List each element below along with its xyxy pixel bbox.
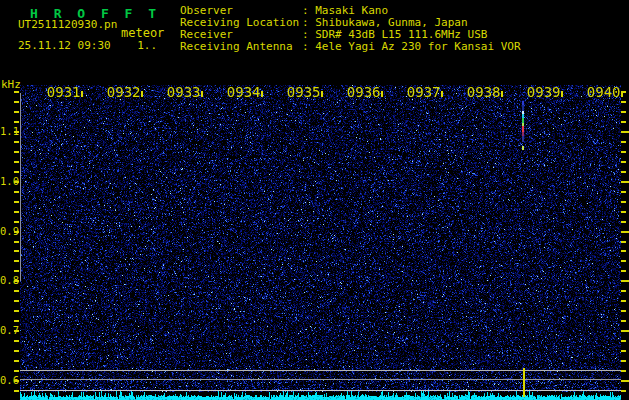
- freq-tick-left: [14, 390, 19, 392]
- freq-tick-right: [621, 260, 626, 262]
- freq-tick-right: [621, 141, 626, 143]
- freq-tick-left: [14, 310, 19, 312]
- info-separator: :: [302, 40, 315, 53]
- freq-tick-right: [621, 121, 626, 123]
- time-tick-label: 0931: [45, 84, 81, 100]
- time-tick-label: 0939: [525, 84, 561, 100]
- time-tick-label: 0937: [405, 84, 441, 100]
- freq-tick-left: [14, 300, 19, 302]
- minute-tick-mark: [81, 91, 83, 97]
- freq-tick-left: [14, 380, 19, 382]
- freq-tick-right: [621, 300, 626, 302]
- freq-tick-right: [621, 330, 629, 332]
- freq-tick-left: [14, 211, 19, 213]
- freq-tick-left: [14, 250, 19, 252]
- freq-tick-left: [14, 290, 19, 292]
- freq-tick-left: [14, 370, 19, 372]
- freq-tick-left: [14, 270, 19, 272]
- minute-tick-mark: [141, 91, 143, 97]
- freq-tick-left: [14, 320, 19, 322]
- reference-line: [20, 390, 621, 391]
- freq-tick-left: [14, 131, 19, 133]
- freq-tick-right: [621, 101, 626, 103]
- minute-tick-mark: [381, 91, 383, 97]
- time-tick-label: 0934: [225, 84, 261, 100]
- meteor-echo-segment: [522, 146, 524, 150]
- time-tick-label: 0932: [105, 84, 141, 100]
- minute-tick-mark: [321, 91, 323, 97]
- station-info-row: Receiving Antenna: 4ele Yagi Az 230 for …: [180, 41, 521, 53]
- freq-tick-right: [621, 151, 626, 153]
- freq-tick-left: [14, 141, 19, 143]
- freq-tick-right: [621, 191, 626, 193]
- freq-tick-left: [14, 360, 19, 362]
- freq-tick-right: [621, 221, 626, 223]
- freq-tick-right: [621, 241, 626, 243]
- spectrogram-noise-canvas: [20, 85, 621, 400]
- minute-tick-mark: [561, 91, 563, 97]
- observation-datetime: 25.11.12 09:30 1..: [18, 39, 157, 52]
- freq-tick-right: [621, 280, 629, 282]
- freq-tick-right: [621, 310, 626, 312]
- minute-tick-mark: [261, 91, 263, 97]
- freq-tick-right: [621, 201, 626, 203]
- freq-tick-left: [14, 201, 19, 203]
- freq-tick-right: [621, 161, 626, 163]
- freq-tick-left: [14, 121, 19, 123]
- reference-line: [20, 370, 621, 371]
- hrofft-spectrogram-screen: H R O F F T UT2511120930.pn meteor 25.11…: [0, 0, 629, 400]
- time-tick-label: 0936: [345, 84, 381, 100]
- freq-tick-right: [621, 131, 629, 133]
- freq-tick-right: [621, 171, 626, 173]
- info-value: 4ele Yagi Az 230 for Kansai VOR: [315, 40, 520, 53]
- minute-tick-mark: [441, 91, 443, 97]
- freq-tick-left: [14, 330, 19, 332]
- station-info-table: Observer: Masaki KanoReceiving Location:…: [180, 5, 521, 53]
- freq-tick-left: [14, 191, 19, 193]
- info-label: Receiving Antenna: [180, 41, 302, 53]
- freq-tick-left: [14, 221, 19, 223]
- time-tick-label: 0933: [165, 84, 201, 100]
- freq-tick-left: [14, 171, 19, 173]
- freq-tick-left: [14, 340, 19, 342]
- minute-tick-mark: [501, 91, 503, 97]
- filename-overlay-label: meteor: [121, 26, 164, 40]
- freq-tick-left: [14, 260, 19, 262]
- freq-tick-right: [621, 360, 626, 362]
- freq-tick-left: [14, 151, 19, 153]
- freq-tick-left: [14, 111, 19, 113]
- freq-tick-right: [621, 370, 626, 372]
- freq-tick-left: [14, 350, 19, 352]
- freq-tick-left: [14, 181, 19, 183]
- output-filename: UT2511120930.pn: [18, 18, 117, 31]
- freq-tick-right: [621, 290, 626, 292]
- freq-tick-right: [621, 181, 629, 183]
- freq-tick-left: [14, 231, 19, 233]
- freq-tick-left: [14, 91, 19, 93]
- freq-tick-left: [14, 241, 19, 243]
- freq-tick-left: [14, 161, 19, 163]
- freq-tick-right: [621, 211, 626, 213]
- reference-line: [20, 379, 621, 380]
- freq-tick-right: [621, 350, 626, 352]
- time-tick-label: 0940: [585, 84, 621, 100]
- minute-tick-mark: [201, 91, 203, 97]
- freq-tick-left: [14, 101, 19, 103]
- freq-tick-right: [621, 231, 629, 233]
- freq-tick-right: [621, 270, 626, 272]
- freq-tick-right: [621, 320, 626, 322]
- time-tick-label: 0938: [465, 84, 501, 100]
- freq-tick-right: [621, 340, 626, 342]
- freq-tick-right: [621, 250, 626, 252]
- meteor-echo-segment: [522, 136, 524, 142]
- freq-tick-right: [621, 91, 626, 93]
- freq-tick-left: [14, 280, 19, 282]
- freq-tick-right: [621, 111, 626, 113]
- meteor-event-marker-line: [523, 368, 525, 397]
- freq-tick-right: [621, 380, 629, 382]
- time-tick-label: 0935: [285, 84, 321, 100]
- freq-tick-right: [621, 390, 626, 392]
- plot-left-border-line: [20, 93, 21, 281]
- freq-axis-unit-label: kHz: [1, 78, 21, 91]
